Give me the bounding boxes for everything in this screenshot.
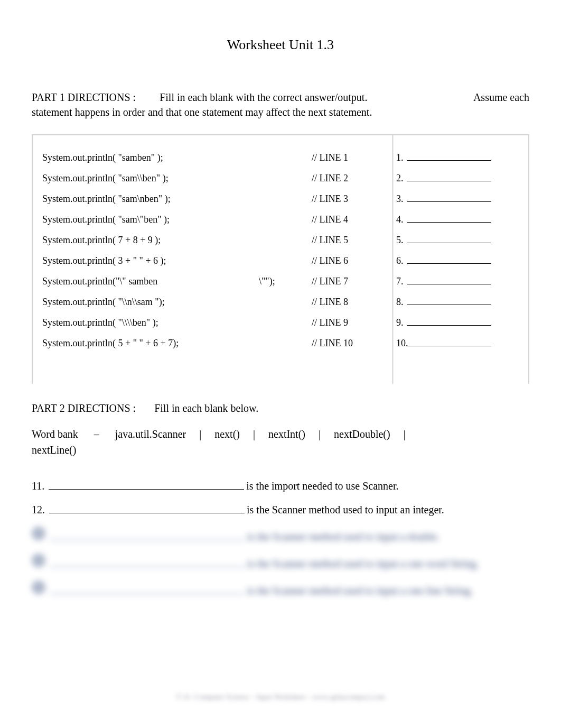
- code-row: System.out.println( "\\\\ben" );// LINE …: [42, 316, 519, 328]
- question-number: 12.: [32, 504, 45, 516]
- wordbank-dash: –: [94, 428, 99, 440]
- part1-text2: statement happens in order and that one …: [32, 106, 372, 118]
- answer-number: 4.: [375, 214, 407, 225]
- line-comment: // LINE 3: [312, 193, 375, 205]
- line-comment: // LINE 8: [312, 297, 375, 308]
- line-comment: // LINE 4: [312, 214, 375, 225]
- question-row: 12. is the Scanner method used to input …: [32, 503, 529, 516]
- answer-number: 3.: [375, 193, 407, 205]
- question-text: is the Scanner method used to input a do…: [247, 531, 440, 543]
- question-number: [32, 580, 45, 594]
- code-row: System.out.println( "\\n\\sam ");// LINE…: [42, 296, 519, 308]
- wordbank-item: nextDouble(): [334, 428, 390, 440]
- code-statement: System.out.println( "sam\nben" );: [42, 193, 259, 205]
- answer-number: 5.: [375, 235, 407, 246]
- code-statement: System.out.println( "samben" );: [42, 152, 259, 163]
- answer-number: 9.: [375, 317, 407, 328]
- part1-assume: Assume each: [473, 90, 529, 105]
- wordbank-separator: |: [199, 428, 201, 440]
- wordbank-separator: |: [253, 428, 255, 440]
- answer-number: 6.: [375, 255, 407, 266]
- answer-blank[interactable]: [407, 296, 491, 305]
- code-row: System.out.println( 7 + 8 + 9 );// LINE …: [42, 234, 519, 246]
- wordbank-label: Word bank: [32, 428, 78, 440]
- question-blank[interactable]: [49, 503, 245, 513]
- wordbank-item: next(): [214, 428, 240, 440]
- answer-number: 2.: [375, 173, 407, 184]
- code-statement: System.out.println("\" samben: [42, 276, 259, 287]
- code-row: System.out.println( 5 + " " + 6 + 7);// …: [42, 337, 519, 349]
- answer-blank[interactable]: [407, 192, 491, 202]
- line-comment: // LINE 7: [312, 276, 375, 287]
- answer-blank[interactable]: [407, 151, 491, 161]
- answer-blank[interactable]: [407, 213, 491, 223]
- question-number: 11.: [32, 480, 44, 492]
- code-statement: System.out.println( 7 + 8 + 9 );: [42, 235, 259, 246]
- code-row: System.out.println( "sam\\ben" );// LINE…: [42, 172, 519, 184]
- line-comment: // LINE 6: [312, 255, 375, 266]
- code-row: System.out.println("\" samben\"");// LIN…: [42, 275, 519, 287]
- code-statement: System.out.println( "\\\\ben" );: [42, 317, 259, 328]
- code-statement: System.out.println( "sam\\ben" );: [42, 173, 259, 184]
- question-row: 11. is the import needed to use Scanner.: [32, 479, 529, 492]
- code-row: System.out.println( "sam\"ben" );// LINE…: [42, 213, 519, 225]
- part2-directions: PART 2 DIRECTIONS : Fill in each blank b…: [32, 402, 529, 414]
- code-row: System.out.println( 3 + " " + 6 );// LIN…: [42, 254, 519, 266]
- question-blank[interactable]: [50, 584, 245, 594]
- question-text: is the Scanner method used to input a on…: [247, 558, 479, 570]
- question-number: [32, 554, 45, 567]
- question-blank[interactable]: [50, 557, 245, 567]
- question-number: [32, 527, 45, 540]
- question-text: is the Scanner method used to input an i…: [247, 504, 444, 516]
- word-bank: Word bank – java.util.Scanner|next()|nex…: [32, 426, 529, 458]
- box-divider: [392, 135, 394, 384]
- code-row: System.out.println( "sam\nben" );// LINE…: [42, 192, 519, 205]
- code-statement: System.out.println( "\\n\\sam ");: [42, 297, 259, 308]
- question-blank[interactable]: [49, 479, 244, 490]
- line-comment: // LINE 2: [312, 173, 375, 184]
- answer-number: 1.: [375, 152, 407, 163]
- page-title: Worksheet Unit 1.3: [32, 37, 529, 53]
- wordbank-separator: |: [319, 428, 321, 440]
- code-box: System.out.println( "samben" );// LINE 1…: [32, 134, 529, 384]
- part2-text: Fill in each blank below.: [154, 402, 258, 414]
- wordbank-separator: |: [404, 428, 406, 440]
- answer-blank[interactable]: [407, 254, 491, 264]
- wordbank-item: java.util.Scanner: [115, 428, 186, 440]
- question-text: is the Scanner method used to input a on…: [247, 585, 473, 597]
- part1-label: PART 1 DIRECTIONS :: [32, 91, 136, 103]
- wordbank-item: nextLine(): [32, 444, 76, 456]
- part1-directions: PART 1 DIRECTIONS : Fill in each blank w…: [32, 90, 529, 119]
- code-row: System.out.println( "samben" );// LINE 1…: [42, 151, 519, 163]
- line-comment: // LINE 9: [312, 317, 375, 328]
- question-row: is the Scanner method used to input a on…: [32, 554, 529, 570]
- part2-label: PART 2 DIRECTIONS :: [32, 402, 136, 414]
- code-statement: System.out.println( 3 + " " + 6 );: [42, 255, 259, 266]
- footer-text: © A+ Computer Science – Input Worksheet …: [0, 693, 561, 702]
- line-comment: // LINE 1: [312, 152, 375, 163]
- answer-blank[interactable]: [407, 275, 491, 284]
- question-row: is the Scanner method used to input a on…: [32, 580, 529, 597]
- code-statement: System.out.println( 5 + " " + 6 + 7);: [42, 338, 259, 349]
- answer-number: 8.: [375, 297, 407, 308]
- line-comment: // LINE 10: [312, 338, 375, 349]
- line-comment: // LINE 5: [312, 235, 375, 246]
- part1-text1: Fill in each blank with the correct answ…: [160, 91, 367, 103]
- question-blank[interactable]: [50, 530, 245, 540]
- answer-number: 10.: [375, 338, 407, 349]
- answer-blank[interactable]: [407, 316, 491, 326]
- question-row: is the Scanner method used to input a do…: [32, 527, 529, 543]
- answer-blank[interactable]: [407, 234, 491, 243]
- code-statement: System.out.println( "sam\"ben" );: [42, 214, 259, 225]
- question-text: is the import needed to use Scanner.: [246, 480, 398, 492]
- answer-number: 7.: [375, 276, 407, 287]
- answer-blank[interactable]: [407, 337, 491, 346]
- code-extra: \"");: [259, 276, 312, 287]
- wordbank-item: nextInt(): [268, 428, 305, 440]
- answer-blank[interactable]: [407, 172, 491, 181]
